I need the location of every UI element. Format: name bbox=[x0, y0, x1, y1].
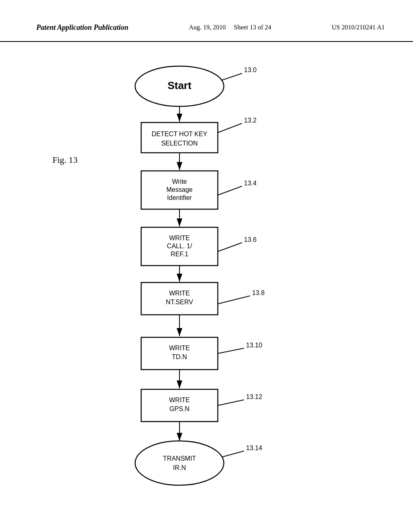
figure-label: Fig. 13 bbox=[52, 155, 77, 165]
svg-line-9 bbox=[218, 296, 250, 304]
ref-13-0: 13.0 bbox=[244, 66, 257, 73]
publication-date: Aug. 19, 2010 bbox=[189, 24, 226, 31]
publication-number: US 2010/210241 A1 bbox=[332, 22, 385, 33]
ref-13-8: 13.8 bbox=[252, 289, 265, 296]
detect-label-line2: SELECTION bbox=[161, 140, 198, 147]
detect-label-line1: DETECT HOT KEY bbox=[152, 131, 207, 137]
transmit-node bbox=[135, 441, 224, 485]
ref-13-12: 13.12 bbox=[246, 393, 262, 400]
svg-line-3 bbox=[218, 123, 242, 133]
header-center: Aug. 19, 2010 Sheet 13 of 24 bbox=[189, 22, 271, 33]
write-nt-label-1: WRITE bbox=[169, 290, 190, 297]
write-msg-label-3: Identifier bbox=[167, 194, 192, 201]
write-call-label-1: WRITE bbox=[169, 235, 190, 241]
sheet-info: Sheet 13 of 24 bbox=[234, 24, 271, 31]
svg-line-15 bbox=[222, 451, 244, 457]
flowchart: Start 13.0 DETECT HOT KEY SELECTION 13.2… bbox=[105, 58, 307, 501]
write-gps-label-2: GPS.N bbox=[169, 405, 190, 412]
write-td-label-2: TD.N bbox=[172, 353, 187, 360]
write-call-label-2: CALL. 1/ bbox=[167, 243, 192, 249]
write-msg-label-1: Write bbox=[172, 178, 187, 185]
transmit-label-1: TRANSMIT bbox=[163, 455, 196, 462]
svg-line-7 bbox=[218, 243, 242, 251]
ref-13-14: 13.14 bbox=[246, 445, 262, 451]
page: Patent Application Publication Aug. 19, … bbox=[0, 0, 413, 532]
detect-node bbox=[141, 123, 218, 153]
ref-13-6: 13.6 bbox=[244, 236, 257, 243]
write-call-label-3: REF.1 bbox=[171, 251, 188, 258]
write-td-label-1: WRITE bbox=[169, 345, 190, 351]
svg-line-5 bbox=[218, 186, 242, 195]
start-label: Start bbox=[167, 79, 192, 91]
ref-13-4: 13.4 bbox=[244, 180, 257, 187]
transmit-label-2: IR.N bbox=[173, 464, 186, 471]
publication-label: Patent Application Publication bbox=[36, 22, 128, 33]
ref-13-10: 13.10 bbox=[246, 342, 262, 349]
svg-line-13 bbox=[218, 400, 244, 405]
content: Fig. 13 Start 13.0 DETECT HOT KEY SELECT… bbox=[0, 42, 413, 517]
write-msg-label-2: Message bbox=[167, 186, 193, 193]
svg-line-1 bbox=[222, 73, 242, 80]
svg-line-11 bbox=[218, 348, 244, 353]
write-gps-label-1: WRITE bbox=[169, 397, 190, 403]
header: Patent Application Publication Aug. 19, … bbox=[0, 0, 413, 42]
write-nt-label-2: NT.SERV bbox=[166, 299, 193, 305]
ref-13-2: 13.2 bbox=[244, 117, 257, 124]
